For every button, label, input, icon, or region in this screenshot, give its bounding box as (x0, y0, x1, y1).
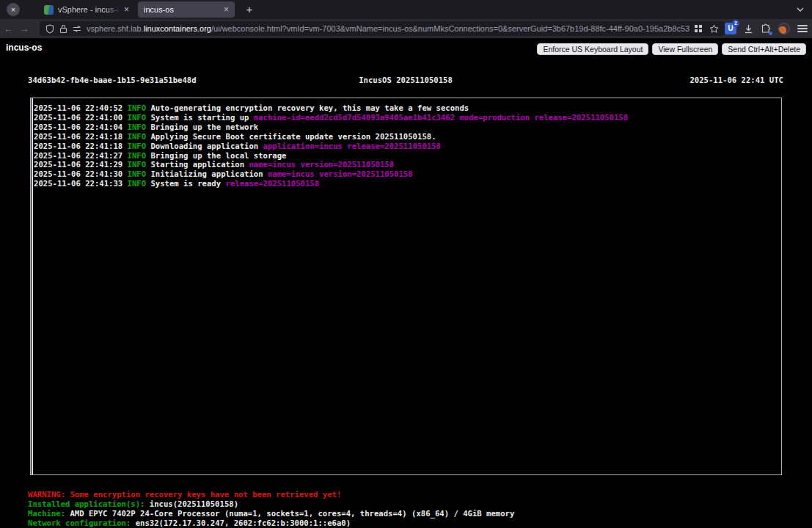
console-scrollbar[interactable] (32, 98, 33, 474)
url-text[interactable]: vsphere.shf.lab.linuxcontainers.org/ui/w… (87, 24, 690, 33)
back-button[interactable]: ← (0, 23, 16, 34)
footer-line: Machine: AMD EPYC 7402P 24-Core Processo… (28, 509, 514, 518)
browser-window: × vSphere - incus-os - Sum × incus-os × … (0, 0, 812, 528)
log-line: 2025-11-06 22:41:00 INFO System is start… (34, 113, 780, 122)
account-avatar[interactable] (778, 23, 790, 34)
os-release-label: IncusOS 202511050158 (28, 76, 783, 84)
log-message: System is ready (146, 179, 221, 188)
url-path: /ui/webconsole.html?vmId=vm-7003&vmName=… (211, 24, 690, 33)
bookmark-star-icon[interactable] (709, 24, 719, 34)
send-ctrl-alt-delete-button[interactable]: Send Ctrl+Alt+Delete (722, 43, 806, 55)
log-fields: name=incus version=202511050158 (263, 169, 413, 178)
enforce-keyboard-button[interactable]: Enforce US Keyboard Layout (537, 43, 648, 55)
tab-bar: × vSphere - incus-os - Sum × incus-os × … (0, 0, 812, 19)
forward-button[interactable]: → (16, 23, 32, 34)
vsphere-favicon-icon (44, 5, 54, 15)
page-tiles-icon[interactable] (694, 24, 703, 33)
log-message: Starting application (146, 160, 244, 169)
log-timestamp: 2025-11-06 22:41:27 (34, 151, 128, 160)
permissions-arrows-icon[interactable] (73, 25, 82, 33)
tab-title: vSphere - incus-os - Sum (58, 5, 120, 14)
console-header: 34d63b42-fb4e-baae-1b15-9e31a51be48d Inc… (28, 76, 783, 86)
window-close-button[interactable]: × (7, 3, 20, 16)
log-level: INFO (128, 169, 147, 178)
shield-icon[interactable] (45, 24, 54, 34)
log-level: INFO (128, 122, 147, 131)
vm-name-title: incus-os (6, 43, 42, 53)
log-line: 2025-11-06 22:41:27 INFO Bringing up the… (34, 151, 780, 161)
tab-vsphere[interactable]: vSphere - incus-os - Sum × (38, 1, 135, 18)
log-message: Downloading application (146, 142, 258, 150)
footer-warning: WARNING: Some encryption recovery keys h… (28, 490, 341, 499)
footer-value: AMD EPYC 7402P 24-Core Processor (numa=1… (70, 509, 514, 518)
tab-incus-os[interactable]: incus-os × (138, 1, 235, 18)
log-line: 2025-11-06 22:41:04 INFO Bringing up the… (34, 122, 780, 132)
log-line: 2025-11-06 22:41:33 INFO System is ready… (34, 179, 780, 188)
console-clock: 2025-11-06 22:41 UTC (690, 76, 783, 84)
tab-title: incus-os (144, 5, 219, 14)
log-level: INFO (128, 132, 147, 141)
footer-label: Machine: (28, 509, 70, 518)
log-line: 2025-11-06 22:40:52 INFO Auto-generating… (34, 103, 780, 113)
extension-badge: 2 (732, 20, 739, 27)
log-message: Bringing up the network (146, 122, 258, 131)
log-line: 2025-11-06 22:41:18 INFO Downloading app… (34, 142, 780, 151)
log-message: Bringing up the local storage (146, 151, 286, 160)
log-level: INFO (128, 179, 147, 188)
console-footer: WARNING: Some encryption recovery keys h… (28, 490, 514, 528)
log-message: Initializing application (146, 169, 263, 178)
log-timestamp: 2025-11-06 22:41:33 (34, 179, 128, 188)
toolbar-icons: U 2 (725, 19, 808, 38)
downloads-icon[interactable] (744, 24, 753, 34)
menu-hamburger-icon[interactable] (797, 25, 808, 32)
log-fields: name=incus version=202511050158 (244, 160, 394, 169)
log-level: INFO (128, 151, 147, 160)
log-line: 2025-11-06 22:41:18 INFO Applying Secure… (34, 132, 780, 142)
footer-label: Installed application(s): (28, 499, 150, 508)
footer-value: incus(202511050158) (150, 499, 238, 508)
console-log: 2025-11-06 22:40:52 INFO Auto-generating… (34, 103, 780, 188)
log-level: INFO (128, 160, 147, 169)
url-domain: linuxcontainers.org (144, 24, 211, 33)
log-timestamp: 2025-11-06 22:41:18 (34, 132, 128, 141)
log-timestamp: 2025-11-06 22:41:18 (34, 142, 128, 150)
webconsole-page: incus-os Enforce US Keyboard Layout View… (0, 38, 812, 528)
navigation-bar: ← → vsphere.shf.lab.linuxcontainers.org/… (0, 19, 812, 38)
log-line: 2025-11-06 22:41:30 INFO Initializing ap… (34, 169, 780, 179)
footer-value: ens32(172.17.30.247, 2602:fc62:b:3000:1:… (136, 518, 351, 527)
log-timestamp: 2025-11-06 22:40:52 (34, 103, 128, 112)
footer-line: Network configuration: ens32(172.17.30.2… (28, 518, 514, 528)
log-timestamp: 2025-11-06 22:41:29 (34, 160, 128, 169)
log-message: Applying Secure Boot certificate update … (146, 132, 436, 141)
console-log-box[interactable]: 2025-11-06 22:40:52 INFO Auto-generating… (30, 98, 782, 475)
console-action-buttons: Enforce US Keyboard Layout View Fullscre… (537, 43, 806, 55)
extensions-puzzle-icon[interactable] (761, 23, 771, 34)
extensions-notification-dot (769, 32, 772, 35)
tab-close-icon[interactable]: × (224, 4, 229, 15)
lock-icon[interactable] (59, 24, 67, 34)
log-level: INFO (128, 103, 147, 112)
log-timestamp: 2025-11-06 22:41:30 (34, 169, 128, 178)
url-subdomain: vsphere.shf.lab. (87, 24, 144, 33)
log-message: Auto-generating encryption recovery key,… (146, 103, 469, 112)
url-bar[interactable]: vsphere.shf.lab.linuxcontainers.org/ui/w… (40, 21, 725, 36)
view-fullscreen-button[interactable]: View Fullscreen (652, 43, 718, 55)
log-fields: machine-id=eedd2cd5d7d54093a9405ae1b41c3… (249, 113, 628, 122)
log-timestamp: 2025-11-06 22:41:00 (34, 113, 128, 122)
log-message: System is starting up (146, 113, 249, 122)
footer-label: Network configuration: (28, 518, 136, 527)
log-fields: application=incus release=202511050158 (258, 142, 441, 150)
footer-line: Installed application(s): incus(20251105… (28, 499, 514, 509)
log-level: INFO (128, 113, 147, 122)
footer-line: WARNING: Some encryption recovery keys h… (28, 490, 514, 499)
tab-close-icon[interactable]: × (124, 4, 129, 15)
new-tab-button[interactable]: + (242, 2, 257, 17)
password-manager-extension-icon[interactable]: U 2 (725, 23, 736, 34)
log-fields: release=202511050158 (221, 179, 319, 188)
log-timestamp: 2025-11-06 22:41:04 (34, 122, 128, 131)
list-all-tabs-chevron-down-icon[interactable] (796, 5, 805, 14)
log-line: 2025-11-06 22:41:29 INFO Starting applic… (34, 160, 780, 169)
log-level: INFO (128, 142, 147, 150)
